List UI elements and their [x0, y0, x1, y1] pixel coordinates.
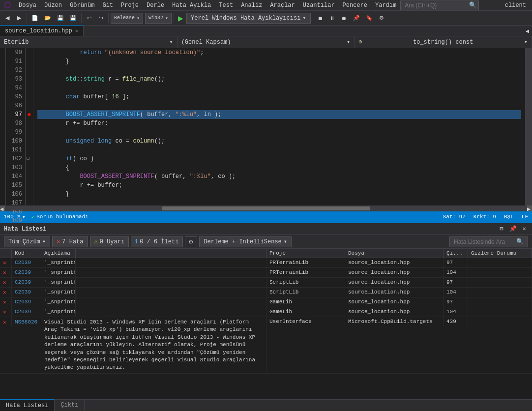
- col-header-project[interactable]: Proje: [266, 249, 345, 258]
- err-code-5[interactable]: C2039: [12, 297, 41, 307]
- warning-count-btn[interactable]: ⚠ 0 Uyarı: [90, 236, 129, 247]
- horizontal-scrollbar-area: ◀ ▶: [0, 206, 532, 211]
- err-code-link-5[interactable]: C2039: [15, 299, 31, 305]
- err-code-3[interactable]: C2039: [12, 278, 41, 287]
- error-row-1[interactable]: ✕ C2039 '_snprintf': bir 'std' üyesi değ…: [0, 258, 532, 268]
- build-filter-dropdown[interactable]: Derleme + IntelliSense ▾: [199, 236, 292, 247]
- namespace-dropdown[interactable]: EterLib ▾: [0, 36, 177, 48]
- error-count-btn[interactable]: ✕ 7 Hata: [52, 236, 88, 247]
- code-line-104: BOOST_ASSERT_SNPRINTF( buffer, ":%lu", c…: [37, 172, 521, 181]
- error-row-7[interactable]: ✕ MSB8020 Visual Studio 2013 - Windows X…: [0, 317, 532, 374]
- new-file-btn[interactable]: 📄: [29, 13, 41, 24]
- search-input[interactable]: [400, 0, 479, 10]
- scroll-right-btn[interactable]: ▶: [527, 206, 532, 211]
- err-project-2: PRTerrainLib: [266, 268, 345, 277]
- error-row-3[interactable]: ✕ C2039 '_snprintf': bir 'std' üyesi değ…: [0, 278, 532, 288]
- menu-gorunum[interactable]: Görünüm: [66, 1, 98, 10]
- open-btn[interactable]: 📂: [42, 13, 54, 24]
- err-code-link-4[interactable]: C2039: [15, 289, 31, 295]
- menu-hata-ayikla[interactable]: Hata Ayıkla: [168, 1, 215, 10]
- platform-dropdown[interactable]: Win32 ▾: [145, 13, 172, 24]
- toolbar-extra-6[interactable]: ⚙: [376, 13, 387, 24]
- menu-dosya[interactable]: Dosya: [15, 1, 40, 10]
- tab-close-btn[interactable]: ✕: [75, 28, 78, 34]
- filter-settings-btn[interactable]: ⚙: [185, 236, 197, 247]
- menu-uzantilar[interactable]: Uzantılar: [299, 1, 339, 10]
- menu-git[interactable]: Git: [98, 1, 117, 10]
- editor-area[interactable]: 90 91 92 93 94 95 96 97 98 99 100 101 10…: [0, 48, 532, 206]
- error-table[interactable]: Kod Açıklama Proje Dosya Çi... Gizleme D…: [0, 249, 532, 399]
- scope-label: (Genel Kapsam): [181, 39, 231, 46]
- collapse-btn-102[interactable]: ⊟: [27, 155, 30, 161]
- col-header-file[interactable]: Dosya: [345, 249, 443, 258]
- menu-araclar[interactable]: Araçlar: [266, 1, 298, 10]
- err-code-link-6[interactable]: C2039: [15, 309, 31, 315]
- col-header-suppress[interactable]: Gizleme Durumu: [468, 249, 532, 258]
- horizontal-scrollbar[interactable]: [5, 206, 527, 210]
- err-code-6[interactable]: C2039: [12, 307, 41, 317]
- error-panel-close-btn[interactable]: ✕: [521, 224, 528, 234]
- menu-yardim[interactable]: Yardım: [371, 1, 400, 10]
- err-code-1[interactable]: C2039: [12, 258, 41, 267]
- col-header-code[interactable]: Kod: [12, 249, 41, 258]
- redo-btn[interactable]: ↪: [95, 13, 106, 24]
- err-code-link-1[interactable]: C2039: [15, 260, 31, 265]
- toolbar-extra-3[interactable]: ⏺: [339, 13, 350, 24]
- menu-derle[interactable]: Derle: [143, 1, 168, 10]
- err-project-7: UserInterface: [266, 317, 345, 326]
- err-suppress-7: [468, 317, 532, 320]
- active-tab[interactable]: source_location.hpp ✕: [0, 25, 84, 36]
- error-search-input[interactable]: 🔍: [449, 236, 528, 247]
- platform-label: Win32: [148, 15, 163, 21]
- back-btn[interactable]: ◀: [2, 13, 13, 24]
- code-line-100: unsigned long co = column();: [37, 137, 521, 146]
- solution-filter-dropdown[interactable]: Tüm Çözüm ▾: [4, 236, 50, 247]
- err-code-link-2[interactable]: C2039: [15, 269, 31, 275]
- toolbar-extra-5[interactable]: 🔖: [363, 13, 375, 24]
- error-panel-float-btn[interactable]: ⊟: [498, 224, 505, 234]
- error-row-2[interactable]: ✕ C2039 '_snprintf': bir 'std' üyesi değ…: [0, 268, 532, 278]
- scroll-left-btn[interactable]: ◀: [0, 206, 5, 211]
- code-editor[interactable]: return "(unknown source location)"; } st…: [33, 48, 525, 206]
- toolbar-extra-4[interactable]: 📌: [351, 13, 362, 24]
- err-code-link-3[interactable]: C2039: [15, 279, 31, 285]
- menu-proje[interactable]: Proje: [117, 1, 143, 10]
- bottom-tab-output[interactable]: Çıktı: [55, 399, 85, 411]
- info-count-label: 0 / 6 İleti: [140, 238, 178, 245]
- col-header-line[interactable]: Çi...: [443, 249, 468, 258]
- col-header-icon: [0, 249, 12, 258]
- vertical-scrollbar[interactable]: [525, 48, 532, 206]
- err-code-2[interactable]: C2039: [12, 268, 41, 277]
- err-code-7[interactable]: MSB8020: [12, 317, 41, 326]
- err-line-3: 97: [443, 278, 468, 287]
- undo-btn[interactable]: ↩: [84, 13, 94, 24]
- col-header-desc-label[interactable]: Açıklama: [41, 249, 76, 258]
- err-desc-6: '_snprintf': bir 'std' üyesi değil: [41, 307, 76, 317]
- error-row-5[interactable]: ✕ C2039 '_snprintf': bir 'std' üyesi değ…: [0, 297, 532, 307]
- error-panel-pin-btn[interactable]: 📌: [507, 224, 519, 234]
- info-count-btn[interactable]: ℹ 0 / 6 İleti: [131, 236, 183, 247]
- method-dropdown[interactable]: ⊕ to_string() const ▾: [355, 36, 532, 48]
- save-btn[interactable]: 💾: [55, 13, 66, 24]
- error-row-4[interactable]: ✕ C2039 '_snprintf': bir 'std' üyesi değ…: [0, 288, 532, 297]
- tab-overflow-btn[interactable]: ◀: [523, 27, 532, 36]
- error-search-field[interactable]: [454, 238, 516, 245]
- toolbar-extra-2[interactable]: ⏸: [327, 13, 338, 24]
- forward-btn[interactable]: ▶: [14, 13, 25, 24]
- scope-dropdown[interactable]: (Genel Kapsam) ▾: [177, 36, 355, 48]
- err-file-4: source_location.hpp: [345, 288, 443, 297]
- error-row-6[interactable]: ✕ C2039 '_snprintf': bir 'std' üyesi değ…: [0, 307, 532, 317]
- debug-dropdown[interactable]: Yerel Windows Hata Ayıklayıcısı ▾: [186, 13, 310, 24]
- config-dropdown[interactable]: Release ▾: [111, 13, 143, 24]
- menu-analiz[interactable]: Analiz: [237, 1, 266, 10]
- run-button[interactable]: ▶: [176, 13, 185, 23]
- menu-duzen[interactable]: Düzen: [40, 1, 66, 10]
- err-code-4[interactable]: C2039: [12, 288, 41, 297]
- bottom-tab-error-list[interactable]: Hata Listesi: [0, 399, 55, 411]
- save-all-btn[interactable]: 💾: [67, 13, 79, 24]
- err-code-link-7[interactable]: MSB8020: [15, 319, 37, 325]
- menu-test[interactable]: Test: [215, 1, 237, 10]
- menu-pencere[interactable]: Pencere: [339, 1, 371, 10]
- status-bar: 100 % ▾ ✓ Sorun bulunamadı Sat: 97 Krkt:…: [0, 211, 532, 222]
- toolbar-extra-1[interactable]: ⏹: [315, 13, 326, 24]
